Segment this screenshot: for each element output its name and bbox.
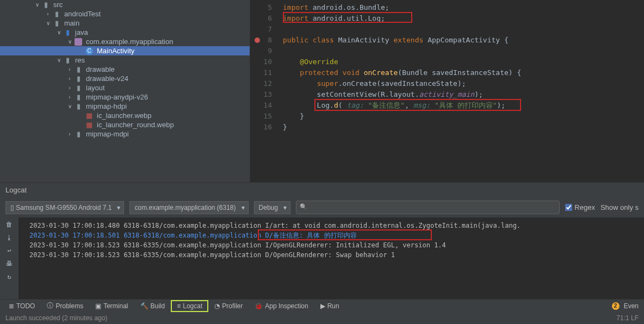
folder-icon: ▮ bbox=[74, 102, 83, 110]
chevron-icon: › bbox=[65, 131, 74, 137]
status-bar: Launch succeeded (2 minutes ago) 71:1 LF bbox=[0, 312, 644, 324]
chevron-icon: ∨ bbox=[44, 20, 52, 26]
tree-item[interactable]: ›▮mipmap-anydpi-v26 bbox=[0, 92, 250, 102]
tab-app-inspection[interactable]: 🐞 App Inspection bbox=[249, 301, 313, 311]
log-line[interactable]: 2023-01-30 17:00:18.523 6318-6335/com.ex… bbox=[29, 250, 644, 260]
tree-item[interactable]: ∨▮res bbox=[0, 55, 250, 65]
chevron-icon: ∨ bbox=[65, 103, 74, 109]
gutter-line-number[interactable]: 5 bbox=[250, 2, 283, 13]
folder-icon: ▮ bbox=[74, 65, 83, 73]
tree-item[interactable]: ∨▮src bbox=[0, 0, 250, 9]
tree-label: res bbox=[75, 56, 85, 64]
code-content: protected void onCreate(Bundle savedInst… bbox=[283, 67, 644, 78]
code-line[interactable]: 5import android.os.Bundle; bbox=[250, 2, 644, 13]
code-line[interactable]: 8public class MainActivity extends AppCo… bbox=[250, 35, 644, 46]
tree-item[interactable]: ›▮drawable-v24 bbox=[0, 74, 250, 83]
tree-label: mipmap-anydpi-v26 bbox=[86, 93, 148, 101]
tree-item[interactable]: ›▮layout bbox=[0, 83, 250, 92]
chevron-icon: ∨ bbox=[54, 57, 63, 63]
tab-build[interactable]: 🔨 Build bbox=[135, 301, 171, 311]
event-log-button[interactable]: 2Even bbox=[606, 301, 644, 311]
gutter-line-number[interactable]: 8 bbox=[250, 35, 283, 46]
chevron-icon: ∨ bbox=[54, 29, 63, 35]
gutter-line-number[interactable]: 9 bbox=[250, 46, 283, 57]
tab-todo[interactable]: ≣ TODO bbox=[3, 301, 40, 311]
code-line[interactable]: 16} bbox=[250, 122, 644, 133]
code-line[interactable]: 11 protected void onCreate(Bundle savedI… bbox=[250, 67, 644, 78]
logcat-search-input[interactable] bbox=[296, 201, 560, 214]
gutter-line-number[interactable]: 14 bbox=[250, 100, 283, 111]
restart-icon[interactable]: ↻ bbox=[7, 273, 11, 281]
code-line[interactable]: 15 } bbox=[250, 111, 644, 122]
print-icon[interactable]: 🖶 bbox=[6, 260, 13, 267]
device-dropdown[interactable]: ▯ Samsung SM-G9550 Android 7.1 bbox=[5, 201, 124, 214]
device-dropdown-label: Samsung SM-G9550 Android 7.1 bbox=[16, 204, 112, 211]
tree-item[interactable]: ›▮mipmap-mdpi bbox=[0, 129, 250, 139]
tree-label: src bbox=[53, 1, 63, 9]
tree-item[interactable]: ic_launcher.webp bbox=[0, 111, 250, 120]
tree-item[interactable]: CMainActivity bbox=[0, 46, 250, 55]
softwrap-icon[interactable]: ↩ bbox=[7, 247, 11, 254]
gutter-line-number[interactable]: 16 bbox=[250, 122, 283, 133]
tree-item[interactable]: ∨▮java bbox=[0, 28, 250, 37]
code-line[interactable]: 9 bbox=[250, 46, 644, 57]
log-line[interactable]: 2023-01-30 17:00:18.523 6318-6335/com.ex… bbox=[29, 240, 644, 250]
tab-logcat[interactable]: ≡ Logcat bbox=[171, 301, 208, 311]
code-editor[interactable]: 5import android.os.Bundle;6import androi… bbox=[250, 0, 644, 182]
gutter-line-number[interactable]: 13 bbox=[250, 89, 283, 100]
package-icon bbox=[74, 38, 83, 46]
tree-label: androidTest bbox=[64, 10, 101, 18]
tab-run[interactable]: ▶ Run bbox=[315, 301, 345, 311]
process-dropdown-label: com.example.myapplication (6318) bbox=[134, 204, 236, 211]
highlight-box-log bbox=[258, 229, 432, 240]
tree-item[interactable]: ∨▮mipmap-hdpi bbox=[0, 102, 250, 111]
tab-terminal[interactable]: ▣ Terminal bbox=[90, 301, 133, 311]
folder-icon: ▮ bbox=[63, 28, 72, 36]
code-line[interactable]: 7 bbox=[250, 24, 644, 35]
code-content bbox=[283, 46, 644, 57]
code-content: } bbox=[283, 122, 644, 133]
tree-item[interactable]: ∨com.example.myapplication bbox=[0, 37, 250, 46]
gutter-line-number[interactable]: 6 bbox=[250, 13, 283, 24]
tree-label: com.example.myapplication bbox=[86, 38, 173, 46]
tree-item[interactable]: ∨▮main bbox=[0, 18, 250, 28]
log-output[interactable]: 2023-01-30 17:00:18.480 6318-6318/com.ex… bbox=[18, 217, 644, 299]
code-line[interactable]: 13 setContentView(R.layout.activity_main… bbox=[250, 89, 644, 100]
tree-item[interactable]: ic_launcher_round.webp bbox=[0, 120, 250, 129]
image-icon bbox=[85, 111, 94, 120]
tree-item[interactable]: ›▮androidTest bbox=[0, 9, 250, 18]
gutter-line-number[interactable]: 10 bbox=[250, 57, 283, 67]
process-dropdown[interactable]: com.example.myapplication (6318) bbox=[129, 201, 248, 214]
highlight-box-import bbox=[283, 12, 412, 23]
tree-label: ic_launcher.webp bbox=[97, 111, 151, 120]
trash-icon[interactable]: 🗑 bbox=[6, 221, 13, 228]
image-icon bbox=[85, 121, 94, 129]
scroll-end-icon[interactable]: ⭳ bbox=[6, 234, 13, 241]
tab-profiler[interactable]: ◔ Profiler bbox=[209, 301, 248, 311]
chevron-icon: › bbox=[65, 94, 74, 100]
chevron-icon: › bbox=[65, 66, 74, 72]
tree-item[interactable]: ›▮drawable bbox=[0, 65, 250, 74]
code-content: super.onCreate(savedInstanceState); bbox=[283, 78, 644, 89]
project-tree[interactable]: ∨▮src›▮androidTest∨▮main∨▮java∨com.examp… bbox=[0, 0, 250, 182]
code-line[interactable]: 12 super.onCreate(savedInstanceState); bbox=[250, 78, 644, 89]
show-only-label: Show only s bbox=[600, 203, 639, 211]
regex-checkbox[interactable]: Regex bbox=[565, 203, 595, 211]
folder-icon: ▮ bbox=[52, 19, 61, 27]
gutter-line-number[interactable]: 11 bbox=[250, 67, 283, 78]
level-dropdown[interactable]: Debug bbox=[254, 201, 290, 214]
folder-icon: ▮ bbox=[52, 10, 61, 18]
tab-problems[interactable]: ⓘ Problems bbox=[41, 300, 89, 312]
gutter-line-number[interactable]: 7 bbox=[250, 24, 283, 35]
folder-icon: ▮ bbox=[41, 1, 50, 9]
status-position: 71:1 LF bbox=[616, 314, 639, 322]
code-line[interactable]: 10 @Override bbox=[250, 57, 644, 67]
folder-icon: ▮ bbox=[74, 130, 83, 138]
regex-label: Regex bbox=[574, 203, 595, 211]
gutter-line-number[interactable]: 15 bbox=[250, 111, 283, 122]
chevron-icon: ∨ bbox=[33, 2, 41, 8]
tree-label: drawable-v24 bbox=[86, 74, 128, 83]
gutter-line-number[interactable]: 12 bbox=[250, 78, 283, 89]
folder-icon: ▮ bbox=[63, 56, 72, 64]
tree-label: main bbox=[64, 19, 79, 27]
